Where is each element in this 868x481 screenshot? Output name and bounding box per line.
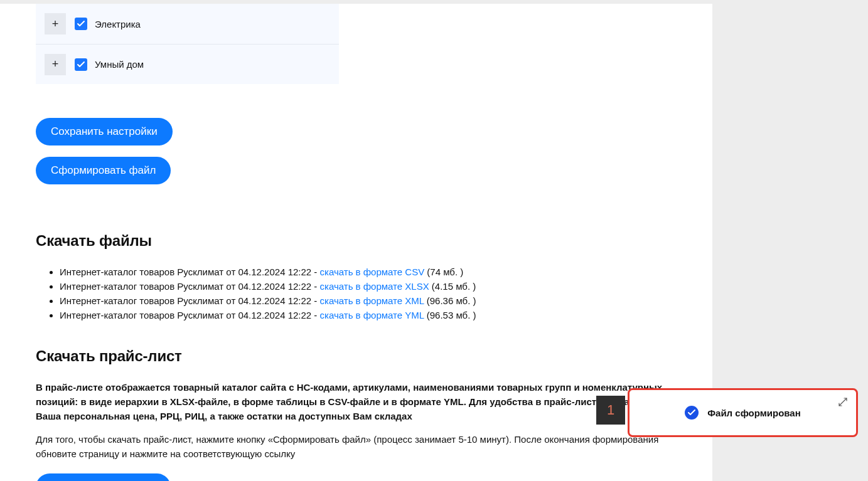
file-prefix: Интернет-каталог товаров Русклимат от 04… [60, 281, 320, 292]
content-area: Сохранить настройки Сформировать файл Ск… [0, 84, 665, 481]
tree-label: Умный дом [95, 59, 144, 70]
expand-button[interactable]: + [45, 54, 66, 75]
category-tree: + Электрика + Умный дом [36, 4, 339, 84]
check-icon [77, 21, 85, 27]
file-prefix: Интернет-каталог товаров Русклимат от 04… [60, 295, 320, 306]
download-link-yml[interactable]: скачать в формате YML [320, 310, 424, 320]
file-item-xlsx: Интернет-каталог товаров Русклимат от 04… [60, 279, 665, 293]
file-item-yml: Интернет-каталог товаров Русклимат от 04… [60, 308, 665, 322]
expand-button[interactable]: + [45, 13, 66, 34]
success-check-icon [685, 406, 699, 420]
tree-row-elektrika: + Электрика [36, 4, 339, 44]
file-size: (96.36 мб. ) [424, 295, 476, 306]
check-icon [77, 61, 85, 68]
generate-file-button[interactable]: Сформировать файл [36, 157, 171, 184]
file-size: (4.15 мб. ) [429, 281, 476, 292]
toast-text: Файл сформирован [707, 408, 801, 418]
file-prefix: Интернет-каталог товаров Русклимат от 04… [60, 267, 320, 277]
save-settings-button[interactable]: Сохранить настройки [36, 118, 173, 145]
file-list: Интернет-каталог товаров Русклимат от 04… [36, 265, 665, 322]
tree-row-umnyidom: + Умный дом [36, 44, 339, 84]
download-link-xlsx[interactable]: скачать в формате XLSX [320, 281, 429, 292]
file-size: (74 мб. ) [424, 267, 463, 277]
file-item-xml: Интернет-каталог товаров Русклимат от 04… [60, 293, 665, 308]
annotation-badge: 1 [596, 396, 625, 425]
tree-label: Электрика [95, 19, 141, 29]
download-link-xml[interactable]: скачать в формате XML [320, 295, 424, 306]
price-description: Для того, чтобы скачать прайс-лист, нажм… [36, 432, 665, 461]
generate-price-file-button[interactable]: Сформировать файл [36, 473, 171, 481]
download-price-heading: Скачать прайс-лист [36, 347, 665, 365]
file-size: (96.53 мб. ) [424, 310, 476, 320]
price-description-bold: В прайс-листе отображается товарный ката… [36, 380, 665, 423]
file-prefix: Интернет-каталог товаров Русклимат от 04… [60, 310, 320, 320]
badge-number: 1 [607, 402, 614, 418]
download-files-heading: Скачать файлы [36, 232, 665, 250]
button-row: Сохранить настройки Сформировать файл [36, 118, 665, 196]
download-link-csv[interactable]: скачать в формате CSV [320, 267, 425, 277]
file-item-csv: Интернет-каталог товаров Русклимат от 04… [60, 265, 665, 279]
toast-notification[interactable]: Файл сформирован [628, 388, 858, 437]
checkbox-elektrika[interactable] [75, 18, 87, 30]
expand-icon[interactable] [839, 398, 847, 409]
checkbox-umnyidom[interactable] [75, 58, 87, 71]
